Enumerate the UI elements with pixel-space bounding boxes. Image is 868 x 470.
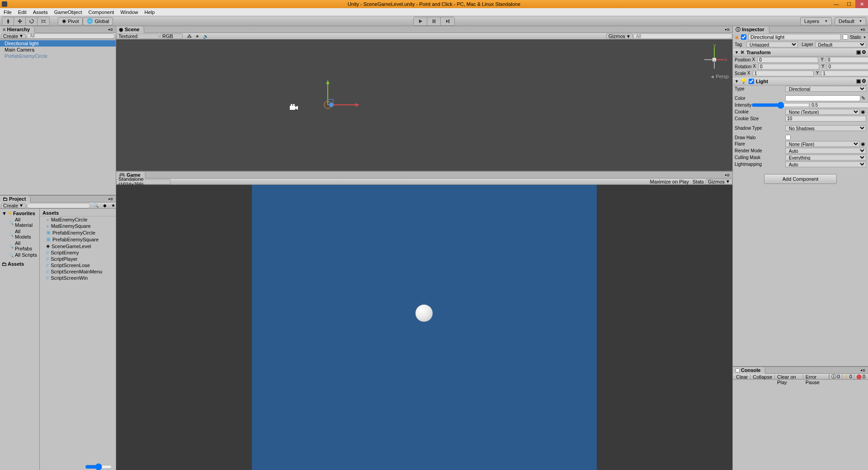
asset-item[interactable]: ◈SceneGameLevel [40, 243, 116, 249]
static-dropdown-icon[interactable]: ▼ [863, 36, 866, 39]
tag-dropdown[interactable]: Untagged [746, 42, 798, 47]
hierarchy-create-dropdown[interactable]: Create ▼ [1, 33, 26, 39]
object-picker-icon[interactable]: ◉ [860, 141, 866, 147]
game-gizmos-dropdown[interactable]: Gizmos ▼ [706, 179, 732, 184]
hierarchy-item[interactable]: PrefabEnemyCircle [0, 53, 116, 59]
flare-dropdown[interactable]: None (Flare) [785, 141, 860, 147]
cookie-dropdown[interactable]: None (Texture) [785, 109, 860, 115]
step-button[interactable] [441, 17, 454, 25]
console-error-pause-toggle[interactable]: Error Pause [803, 374, 829, 379]
position-y-input[interactable] [826, 57, 868, 63]
layout-dropdown[interactable]: Default [835, 17, 866, 25]
rotate-tool-button[interactable] [26, 17, 38, 25]
intensity-slider[interactable] [751, 102, 810, 108]
game-options[interactable]: ▪≡ [722, 172, 732, 178]
transform-gizmo[interactable] [323, 78, 364, 119]
project-create-dropdown[interactable]: Create ▼ [1, 203, 26, 208]
light-color-picker[interactable] [785, 95, 860, 101]
play-button[interactable] [414, 17, 427, 25]
move-tool-button[interactable] [14, 17, 26, 25]
rotation-x-input[interactable] [758, 64, 819, 70]
scene-shading-dropdown[interactable]: Textured [116, 33, 159, 39]
scene-light-toggle[interactable]: ☀ [193, 33, 201, 39]
favorite-item[interactable]: All Material [0, 216, 39, 228]
culling-mask-dropdown[interactable]: Everything [785, 155, 866, 160]
console-options[interactable]: ▪≡ [858, 367, 868, 373]
object-picker-icon[interactable]: ◉ [860, 109, 866, 115]
scene-options[interactable]: ▪≡ [722, 27, 732, 32]
favorite-item[interactable]: All Scripts [0, 252, 39, 258]
scene-viewport[interactable]: yx ◄ Persp [116, 39, 732, 171]
scene-gizmos-dropdown[interactable]: Gizmos ▼ [606, 33, 633, 39]
asset-item[interactable]: ▣PrefabEnemyCircle [40, 229, 116, 236]
close-button[interactable]: ✕ [855, 0, 868, 8]
light-enabled-checkbox[interactable] [749, 79, 754, 84]
help-icon[interactable]: ▣ [856, 49, 861, 55]
scene-audio-toggle[interactable]: 🔊 [201, 33, 210, 39]
stats-toggle[interactable]: Stats [691, 179, 706, 184]
dropper-icon[interactable]: ✎ [860, 95, 866, 101]
project-options[interactable]: ▪≡ [106, 196, 116, 202]
warning-count[interactable]: ⚠0 [842, 373, 854, 380]
gameobject-name-input[interactable] [748, 34, 841, 40]
hierarchy-item[interactable]: Main Camera [0, 47, 116, 53]
hand-tool-button[interactable] [2, 17, 14, 25]
asset-item[interactable]: #ScriptEnemy [40, 249, 116, 256]
asset-item[interactable]: #ScriptScreenLose [40, 262, 116, 268]
light-component-header[interactable]: ▼ 💡 Light ▣⚙ [733, 77, 868, 85]
transform-component-header[interactable]: ▼ ⤪ Transform ▣⚙ [733, 48, 868, 56]
hierarchy-tab[interactable]: ≡Hierarchy [0, 26, 35, 33]
project-search-input[interactable] [27, 203, 90, 208]
rotation-y-input[interactable] [827, 64, 868, 70]
cookie-size-input[interactable] [785, 116, 866, 122]
maximize-on-play-toggle[interactable]: Maximize on Play [648, 179, 691, 184]
scale-x-input[interactable] [753, 70, 814, 76]
menu-component[interactable]: Component [88, 9, 114, 15]
error-count[interactable]: ⬤0 [854, 373, 867, 380]
render-mode-dropdown[interactable]: Auto [785, 148, 866, 154]
scene-tab[interactable]: ◉Scene [116, 26, 144, 33]
scene-search-input[interactable] [633, 33, 732, 39]
project-icon-size-slider[interactable] [85, 465, 112, 469]
console-collapse-toggle[interactable]: Collapse [750, 374, 775, 379]
favorite-item[interactable]: All Models [0, 228, 39, 240]
game-viewport[interactable] [116, 185, 732, 470]
console-clear-button[interactable]: Clear [734, 374, 750, 379]
layers-dropdown[interactable]: Layers [800, 17, 832, 25]
asset-item[interactable]: #ScriptScreenWin [40, 275, 116, 281]
asset-item[interactable]: #ScriptScreenMainMenu [40, 268, 116, 275]
console-clear-on-play-toggle[interactable]: Clear on Play [775, 374, 803, 379]
menu-gameobject[interactable]: GameObject [54, 9, 82, 15]
pivot-button[interactable]: ◉Pivot [58, 17, 83, 25]
draw-halo-checkbox[interactable] [785, 135, 791, 140]
assets-root[interactable]: 🗀Assets [0, 261, 39, 267]
scene-2d-toggle[interactable]: ⁂ [185, 33, 193, 39]
static-checkbox[interactable] [843, 34, 848, 40]
menu-edit[interactable]: Edit [18, 9, 27, 15]
gear-icon[interactable]: ⚙ [862, 78, 866, 84]
help-icon[interactable]: ▣ [856, 78, 861, 84]
perspective-label[interactable]: ◄ Persp [710, 74, 729, 79]
menu-assets[interactable]: Assets [33, 9, 48, 15]
menu-help[interactable]: Help [144, 9, 155, 15]
project-filter-type-button[interactable]: ◆ [101, 203, 108, 208]
hierarchy-search-input[interactable] [27, 33, 115, 39]
hierarchy-item[interactable]: Directional light [0, 40, 116, 47]
maximize-button[interactable]: ☐ [843, 0, 855, 8]
asset-item[interactable]: ●MatEnemyCircle [40, 216, 116, 223]
add-component-button[interactable]: Add Component [764, 174, 837, 184]
hierarchy-options[interactable]: ▪≡ [106, 27, 116, 32]
gameobject-active-checkbox[interactable] [741, 34, 746, 40]
console-checkbox[interactable] [736, 368, 740, 372]
assets-breadcrumb[interactable]: Assets [40, 210, 116, 216]
asset-item[interactable]: ●MatEnemySquare [40, 223, 116, 229]
pause-button[interactable] [427, 17, 441, 25]
inspector-options[interactable]: ▪≡ [858, 27, 868, 32]
menu-window[interactable]: Window [120, 9, 138, 15]
project-tab[interactable]: 🗀Project [0, 196, 31, 202]
lightmapping-dropdown[interactable]: Auto [785, 161, 866, 167]
project-filter-button[interactable]: 🔍 [91, 203, 100, 208]
asset-item[interactable]: #ScriptPlayer [40, 256, 116, 262]
scale-y-input[interactable] [821, 70, 868, 76]
global-button[interactable]: 🌐Global [83, 17, 113, 25]
